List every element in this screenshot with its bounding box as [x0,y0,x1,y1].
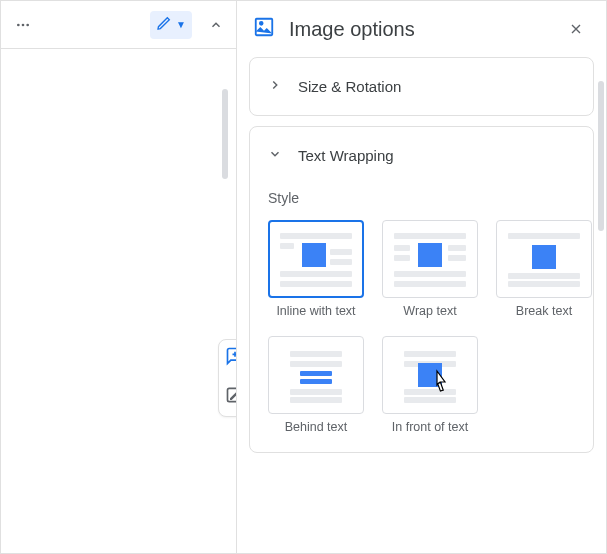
section-size-rotation[interactable]: Size & Rotation [249,57,594,116]
wrap-thumb-wrap [382,220,478,298]
image-icon [253,16,275,42]
wrap-option-behind[interactable]: Behind text [268,336,364,434]
panel-title: Image options [289,18,548,41]
section-text-wrapping: Text Wrapping Style [249,126,594,453]
close-panel-button[interactable] [562,15,590,43]
panel-sections: Size & Rotation Text Wrapping Style [237,57,606,475]
toolbar: ▼ [1,1,236,49]
pencil-icon [156,15,172,35]
wrap-thumb-behind [268,336,364,414]
svg-point-0 [17,23,20,26]
wrap-option-front[interactable]: In front of text [382,336,478,434]
section-text-wrapping-header[interactable]: Text Wrapping [250,127,593,184]
svg-point-2 [26,23,29,26]
svg-point-5 [260,22,263,25]
image-options-panel: Image options Size & Rotation Text Wrapp… [236,1,606,553]
wrap-option-break[interactable]: Break text [496,220,592,318]
chevron-right-icon [268,76,282,97]
section-label: Text Wrapping [298,147,394,164]
more-icon[interactable] [9,11,37,39]
collapse-toolbar-button[interactable] [200,9,232,41]
wrap-option-wrap[interactable]: Wrap text [382,220,478,318]
caret-down-icon: ▼ [176,19,186,30]
panel-header: Image options [237,1,606,57]
wrap-option-label: In front of text [392,420,468,434]
wrap-option-inline[interactable]: Inline with text [268,220,364,318]
wrap-style-grid: Inline with text [268,220,575,434]
svg-point-1 [22,23,25,26]
wrap-option-label: Wrap text [403,304,456,318]
wrap-thumb-inline [268,220,364,298]
chevron-down-icon [268,145,282,166]
wrap-thumb-front [382,336,478,414]
wrap-thumb-break [496,220,592,298]
wrap-option-label: Break text [516,304,572,318]
scrollbar[interactable] [222,89,228,179]
panel-scrollbar[interactable] [598,81,604,231]
section-label: Size & Rotation [298,78,401,95]
edit-mode-button[interactable]: ▼ [150,11,192,39]
style-heading: Style [268,190,575,206]
wrap-option-label: Inline with text [276,304,355,318]
document-canvas[interactable] [1,49,236,553]
wrap-option-label: Behind text [285,420,348,434]
